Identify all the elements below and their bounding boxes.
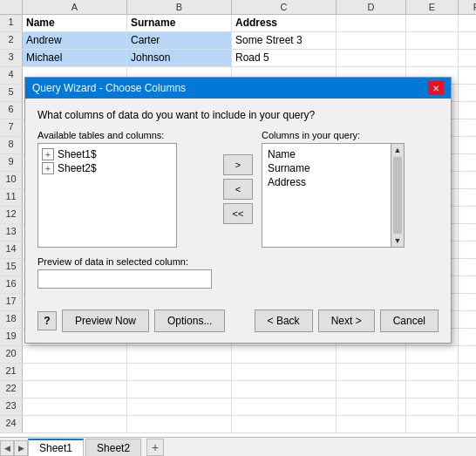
cell-1f[interactable] bbox=[459, 15, 476, 31]
cell-10f[interactable] bbox=[459, 172, 476, 188]
row-num: 13 bbox=[0, 224, 23, 241]
cell-22f[interactable] bbox=[459, 381, 476, 398]
cell-2c[interactable]: Some Street 3 bbox=[232, 32, 337, 49]
sheet-tab-sheet2[interactable]: Sheet2 bbox=[85, 439, 141, 456]
cell-4f[interactable] bbox=[459, 67, 476, 84]
row-num: 8 bbox=[0, 137, 23, 153]
cell-16f[interactable] bbox=[459, 276, 476, 293]
cell-19f[interactable] bbox=[459, 329, 476, 345]
available-tables-box[interactable]: + Sheet1$ + Sheet2$ bbox=[37, 143, 177, 248]
cell-20f[interactable] bbox=[459, 346, 476, 363]
cell-20a[interactable] bbox=[23, 346, 127, 363]
cell-15f[interactable] bbox=[459, 259, 476, 276]
cell-2d[interactable] bbox=[337, 32, 406, 49]
cell-20e[interactable] bbox=[406, 346, 459, 363]
move-left-button[interactable]: < bbox=[223, 179, 253, 200]
cancel-button[interactable]: Cancel bbox=[380, 310, 439, 332]
cell-22e[interactable] bbox=[406, 381, 459, 398]
options-button[interactable]: Options... bbox=[154, 310, 225, 332]
cell-1d[interactable] bbox=[337, 15, 406, 31]
tree-item-sheet1[interactable]: + Sheet1$ bbox=[42, 147, 173, 161]
cell-3e[interactable] bbox=[406, 50, 459, 66]
query-scrollbar[interactable]: ▲ ▼ bbox=[391, 143, 405, 248]
back-button[interactable]: < Back bbox=[255, 310, 313, 332]
cell-21f[interactable] bbox=[459, 364, 476, 380]
cell-2f[interactable] bbox=[459, 32, 476, 49]
cell-24f[interactable] bbox=[459, 416, 476, 432]
cell-20b[interactable] bbox=[127, 346, 232, 363]
arrow-buttons: > < << bbox=[220, 130, 256, 248]
move-left-all-button[interactable]: << bbox=[223, 203, 253, 224]
cell-24a[interactable] bbox=[23, 416, 127, 432]
scroll-up-button[interactable]: ▲ bbox=[391, 144, 404, 156]
cell-14f[interactable] bbox=[459, 242, 476, 258]
add-sheet-button[interactable]: + bbox=[146, 439, 164, 456]
cell-23e[interactable] bbox=[406, 398, 459, 415]
cell-1c[interactable]: Address bbox=[232, 15, 337, 31]
cell-21e[interactable] bbox=[406, 364, 459, 380]
cell-24b[interactable] bbox=[127, 416, 232, 432]
cell-2a[interactable]: Andrew bbox=[23, 32, 127, 49]
cell-24e[interactable] bbox=[406, 416, 459, 432]
cell-11f[interactable] bbox=[459, 189, 476, 206]
cell-21c[interactable] bbox=[232, 364, 337, 380]
cell-3a[interactable]: Michael bbox=[23, 50, 127, 66]
cell-3d[interactable] bbox=[337, 50, 406, 66]
cell-24c[interactable] bbox=[232, 416, 337, 432]
cell-3f[interactable] bbox=[459, 50, 476, 66]
cell-1e[interactable] bbox=[406, 15, 459, 31]
cell-23a[interactable] bbox=[23, 398, 127, 415]
cell-22d[interactable] bbox=[337, 381, 406, 398]
tab-scroll-left[interactable]: ◀ bbox=[0, 440, 14, 456]
query-col-name[interactable]: Name bbox=[266, 147, 387, 161]
cell-2b[interactable]: Carter bbox=[127, 32, 232, 49]
cell-5f[interactable] bbox=[459, 85, 476, 101]
cell-12f[interactable] bbox=[459, 207, 476, 223]
preview-now-button[interactable]: Preview Now bbox=[62, 310, 149, 332]
cell-2e[interactable] bbox=[406, 32, 459, 49]
cell-22b[interactable] bbox=[127, 381, 232, 398]
cell-21b[interactable] bbox=[127, 364, 232, 380]
cell-3b[interactable]: Johnson bbox=[127, 50, 232, 66]
cell-1a[interactable]: Name bbox=[23, 15, 127, 31]
cell-22c[interactable] bbox=[232, 381, 337, 398]
query-col-surname[interactable]: Surname bbox=[266, 161, 387, 175]
tree-item-sheet2[interactable]: + Sheet2$ bbox=[42, 161, 173, 175]
col-header-d: D bbox=[337, 0, 406, 14]
cell-23b[interactable] bbox=[127, 398, 232, 415]
cell-6f[interactable] bbox=[459, 102, 476, 119]
table-row: 2 Andrew Carter Some Street 3 bbox=[0, 32, 476, 50]
cell-7f[interactable] bbox=[459, 119, 476, 136]
cell-23f[interactable] bbox=[459, 398, 476, 415]
sheet-tab-sheet1[interactable]: Sheet1 bbox=[28, 439, 84, 456]
cell-1b[interactable]: Surname bbox=[127, 15, 232, 31]
expand-icon[interactable]: + bbox=[42, 148, 54, 160]
next-button[interactable]: Next > bbox=[318, 310, 375, 332]
row-num: 5 bbox=[0, 85, 23, 101]
cell-21d[interactable] bbox=[337, 364, 406, 380]
cell-3c[interactable]: Road 5 bbox=[232, 50, 337, 66]
cell-23c[interactable] bbox=[232, 398, 337, 415]
cell-23d[interactable] bbox=[337, 398, 406, 415]
cell-8f[interactable] bbox=[459, 137, 476, 153]
dialog-close-button[interactable]: ✕ bbox=[428, 81, 444, 95]
row-num: 21 bbox=[0, 364, 23, 380]
scroll-down-button[interactable]: ▼ bbox=[391, 235, 404, 247]
query-columns-list[interactable]: Name Surname Address bbox=[262, 143, 391, 248]
move-right-button[interactable]: > bbox=[223, 154, 253, 175]
cell-18f[interactable] bbox=[459, 311, 476, 328]
cell-20d[interactable] bbox=[337, 346, 406, 363]
cell-13f[interactable] bbox=[459, 224, 476, 241]
cell-9f[interactable] bbox=[459, 154, 476, 171]
cell-22a[interactable] bbox=[23, 381, 127, 398]
cell-21a[interactable] bbox=[23, 364, 127, 380]
cell-17f[interactable] bbox=[459, 294, 476, 310]
tab-scroll-right[interactable]: ▶ bbox=[14, 440, 28, 456]
help-button[interactable]: ? bbox=[37, 311, 57, 330]
cell-24d[interactable] bbox=[337, 416, 406, 432]
row-num: 20 bbox=[0, 346, 23, 363]
cell-20c[interactable] bbox=[232, 346, 337, 363]
query-col-address[interactable]: Address bbox=[266, 175, 387, 189]
preview-input[interactable] bbox=[37, 269, 212, 289]
expand-icon[interactable]: + bbox=[42, 162, 54, 174]
